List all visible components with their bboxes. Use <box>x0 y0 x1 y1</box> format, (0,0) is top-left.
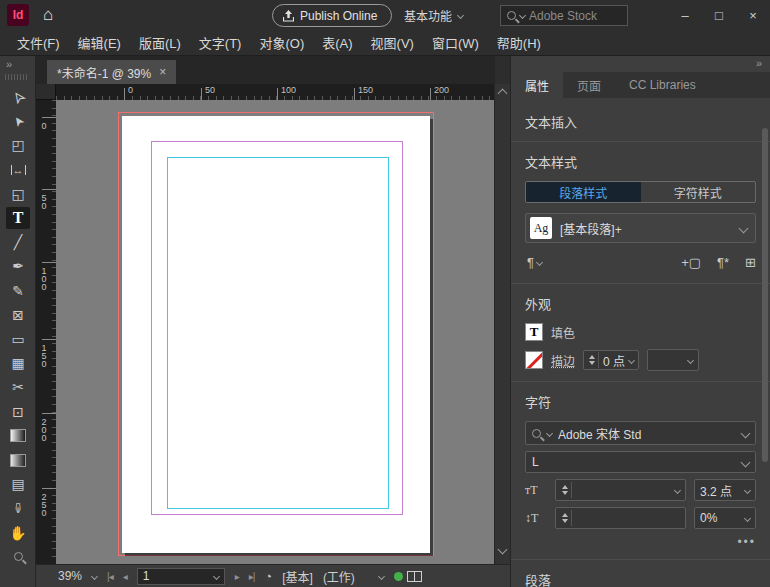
stock-search-input[interactable]: Adobe Stock <box>500 5 628 26</box>
direct-selection-tool[interactable]: ➤ <box>6 110 30 132</box>
horizontal-ruler[interactable]: 050100150200 <box>56 84 494 100</box>
content-collector-tool[interactable]: ◱ <box>6 183 30 205</box>
gradient-feather-tool[interactable] <box>6 449 30 471</box>
vertical-ruler[interactable]: 050100150200250 <box>36 100 56 564</box>
scissors-tool[interactable]: ✂ <box>6 376 30 398</box>
document-tab[interactable]: *未命名-1 @ 39% × <box>47 60 176 84</box>
more-options-icon[interactable]: ••• <box>525 535 756 549</box>
preflight-indicator[interactable] <box>394 571 422 582</box>
tools-collapse-icon[interactable]: » <box>6 58 12 70</box>
paragraph-style-dropdown[interactable]: Ag [基本段落]+ <box>525 213 756 243</box>
last-page-button[interactable]: ▸| <box>249 571 255 582</box>
share-icon <box>283 10 294 22</box>
close-tab-icon[interactable]: × <box>159 65 166 79</box>
fill-swatch[interactable]: T <box>525 323 543 341</box>
character-styles-tab[interactable]: 字符样式 <box>641 182 756 202</box>
rectangle-tool[interactable]: ▭ <box>6 328 30 350</box>
new-style-icon[interactable]: ⊞ <box>745 255 756 270</box>
leading-value-dropdown[interactable]: 3.2 点 <box>694 479 756 501</box>
pages-icon <box>407 571 422 582</box>
menu-item-2[interactable]: 版面(L) <box>130 33 190 52</box>
menu-item-1[interactable]: 编辑(E) <box>69 33 130 52</box>
next-page-button[interactable]: ▸ <box>235 571 239 582</box>
document-page[interactable] <box>122 116 430 553</box>
menu-item-8[interactable]: 帮助(H) <box>488 33 550 52</box>
stroke-weight-stepper[interactable]: 0 点 <box>583 350 639 370</box>
text-frame[interactable] <box>167 157 389 509</box>
paragraph-formatting-icon[interactable]: ¶ <box>527 255 534 270</box>
zoom-dropdown-icon[interactable] <box>91 572 98 579</box>
eyedropper-tool[interactable]: ✑ <box>6 497 30 519</box>
leading-combo[interactable] <box>555 507 686 529</box>
rectangle-tool-icon: ▭ <box>11 332 24 346</box>
menu-item-3[interactable]: 文字(T) <box>190 33 251 52</box>
style-preview-badge: Ag <box>530 217 552 239</box>
home-icon[interactable]: ⌂ <box>43 5 53 25</box>
zoom-tool[interactable] <box>6 546 30 568</box>
fill-label[interactable]: 填色 <box>551 324 575 341</box>
preflight-profile[interactable]: [基本] <box>282 568 313 585</box>
publish-online-button[interactable]: Publish Online <box>272 4 392 27</box>
type-tool-icon: T <box>13 210 24 226</box>
text-insert-title: 文本插入 <box>525 112 756 131</box>
panel-scrollbar[interactable] <box>762 128 768 468</box>
minimize-button[interactable]: – <box>668 0 702 30</box>
page-tool[interactable]: ◰ <box>6 134 30 156</box>
selection-tool[interactable]: ➤ <box>6 86 30 108</box>
paragraph-styles-tab[interactable]: 段落样式 <box>526 182 641 202</box>
hand-tool[interactable]: ✋ <box>6 522 30 544</box>
tab-properties[interactable]: 属性 <box>511 72 563 98</box>
free-transform-tool[interactable]: ⊡ <box>6 401 30 423</box>
menu-item-7[interactable]: 窗口(W) <box>423 33 488 52</box>
zoom-level[interactable]: 39% <box>58 569 82 583</box>
close-button[interactable]: × <box>736 0 770 30</box>
workspace-profile[interactable]: (工作) <box>323 568 355 585</box>
note-tool[interactable]: ▤ <box>6 473 30 495</box>
rectangle-frame-tool[interactable]: ⊠ <box>6 304 30 326</box>
pasteboard[interactable] <box>56 100 494 564</box>
stepper-arrows[interactable] <box>561 510 572 526</box>
line-tool[interactable]: ╱ <box>6 231 30 253</box>
font-family-dropdown[interactable]: Adobe 宋体 Std <box>525 421 756 445</box>
scroll-up-icon[interactable] <box>498 89 508 99</box>
ruler-tick <box>42 262 56 263</box>
workspace-switcher[interactable]: 基本功能 <box>404 4 463 27</box>
divider <box>511 381 770 382</box>
tab-pages[interactable]: 页面 <box>563 72 615 98</box>
pencil-tool[interactable]: ✎ <box>6 280 30 302</box>
gap-tool[interactable]: ↔ <box>6 159 30 181</box>
scroll-down-icon[interactable] <box>498 545 508 555</box>
menu-item-6[interactable]: 视图(V) <box>362 33 423 52</box>
preflight-gauge-icon[interactable]: ◔ <box>264 569 272 584</box>
chevron-down-icon <box>674 486 681 493</box>
menu-item-5[interactable]: 表(A) <box>313 33 361 52</box>
stroke-type-dropdown[interactable] <box>647 349 699 371</box>
font-style-dropdown[interactable]: L <box>525 451 756 473</box>
grid-tool[interactable]: ▦ <box>6 352 30 374</box>
tab-cc-libraries[interactable]: CC Libraries <box>615 72 710 98</box>
scale-dropdown[interactable]: 0% <box>694 507 756 529</box>
menu-item-4[interactable]: 对象(O) <box>250 33 313 52</box>
appearance-title: 外观 <box>525 294 756 313</box>
maximize-button[interactable]: □ <box>702 0 736 30</box>
tools-grip[interactable] <box>5 74 29 80</box>
stroke-label[interactable]: 描边 <box>551 352 575 369</box>
clear-overrides-icon[interactable]: ¶* <box>717 255 729 270</box>
pen-tool[interactable]: ✒ <box>6 255 30 277</box>
gradient-swatch-tool[interactable] <box>6 425 30 447</box>
page-number-combo[interactable]: 1 <box>137 568 225 585</box>
preflight-menu-icon[interactable] <box>378 572 385 579</box>
menu-item-0[interactable]: 文件(F) <box>8 33 69 52</box>
stepper-arrows[interactable] <box>588 352 599 368</box>
redefine-style-icon[interactable]: +▢ <box>681 255 701 270</box>
stroke-swatch[interactable] <box>525 351 543 369</box>
ruler-corner[interactable] <box>36 84 56 100</box>
panel-collapse-icon[interactable]: » <box>756 57 762 69</box>
font-size-combo[interactable] <box>555 479 686 501</box>
previous-page-button[interactable]: ◂ <box>123 571 127 582</box>
scrollbar-thumb[interactable] <box>762 128 768 462</box>
stepper-arrows[interactable] <box>561 482 572 498</box>
type-tool[interactable]: T <box>6 207 30 229</box>
canvas-scrollbar[interactable] <box>494 84 510 564</box>
first-page-button[interactable]: |◂ <box>107 571 113 582</box>
